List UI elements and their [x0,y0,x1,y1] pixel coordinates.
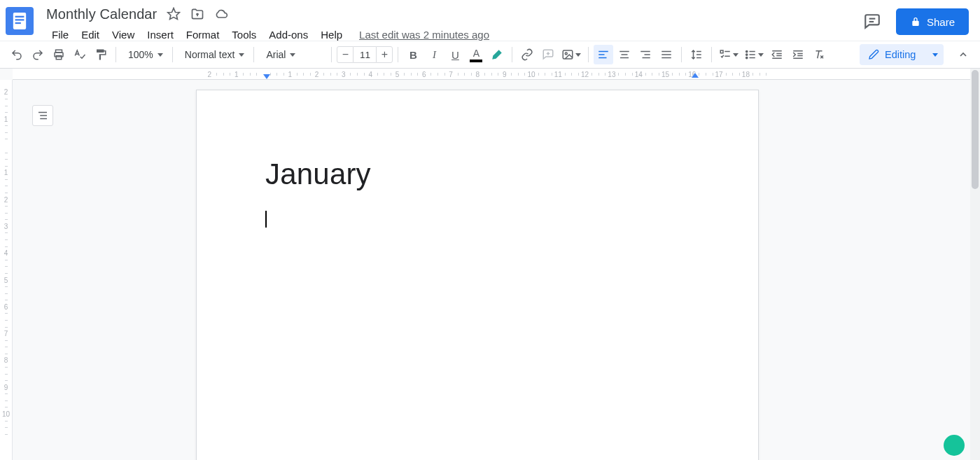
cloud-status-icon[interactable] [214,7,228,21]
open-comments-icon[interactable] [861,11,883,33]
ruler-tick: 10 [527,71,535,78]
ruler-tick: 10 [0,410,12,418]
svg-rect-1 [15,16,24,18]
separator [331,47,332,62]
clear-formatting-button[interactable] [809,45,829,64]
underline-button[interactable]: U [445,45,465,64]
page[interactable]: January [196,90,759,460]
zoom-value: 100% [128,49,153,60]
separator [253,47,254,62]
menu-edit[interactable]: Edit [76,26,105,43]
svg-rect-12 [564,50,573,59]
ruler-tick: 2 [0,195,12,203]
menu-insert[interactable]: Insert [141,26,179,43]
document-canvas[interactable]: January [13,80,970,460]
align-left-button[interactable] [594,45,613,64]
menu-help[interactable]: Help [315,26,348,43]
chevron-down-icon [758,53,764,57]
menu-view[interactable]: View [106,26,140,43]
menu-addons[interactable]: Add-ons [263,26,314,43]
chevron-down-icon [932,53,938,57]
zoom-dropdown[interactable]: 100% [121,45,167,64]
docs-logo[interactable] [6,7,34,35]
paint-format-button[interactable] [91,45,111,64]
svg-rect-0 [13,13,26,29]
collapse-toolbar-button[interactable] [953,45,973,64]
grammarly-badge[interactable] [944,435,965,456]
document-heading[interactable]: January [265,158,690,191]
ruler-tick: 18 [742,71,750,78]
font-size-decrease[interactable]: − [337,46,354,63]
ruler-tick: 6 [422,71,426,78]
ruler-tick: 5 [0,276,12,284]
print-button[interactable] [49,45,69,64]
menu-tools[interactable]: Tools [226,26,262,43]
pencil-icon [868,49,879,60]
chevron-down-icon [733,53,738,57]
left-indent-marker[interactable] [263,74,270,79]
title-bar: Monthly Calendar File Edit View Insert F… [0,0,980,41]
redo-button[interactable] [28,45,48,64]
align-center-button[interactable] [615,45,634,64]
insert-link-button[interactable] [517,45,537,64]
ruler-tick: 2 [208,71,212,78]
svg-point-32 [746,50,748,52]
italic-button[interactable]: I [424,45,444,64]
insert-image-button[interactable] [559,45,583,64]
paragraph-style-dropdown[interactable]: Normal text [178,45,249,64]
last-edit-link[interactable]: Last edit was 2 minutes ago [359,29,489,41]
indent-decrease-button[interactable] [767,45,787,64]
ruler-tick: 9 [0,383,12,391]
add-comment-button[interactable] [538,45,558,64]
menu-file[interactable]: File [46,26,74,43]
star-icon[interactable] [167,7,181,21]
editing-mode-dropdown[interactable]: Editing [860,44,944,65]
right-margin-marker[interactable] [692,73,699,78]
share-button[interactable]: Share [896,8,969,35]
show-outline-button[interactable] [32,105,53,126]
text-color-button[interactable]: A [466,45,486,64]
menu-format[interactable]: Format [181,26,225,43]
spellcheck-button[interactable] [70,45,90,64]
chevron-down-icon [575,53,581,57]
svg-point-33 [746,54,748,55]
ruler-tick: 2 [315,71,319,78]
indent-increase-button[interactable] [788,45,808,64]
separator [588,47,589,62]
bold-button[interactable]: B [403,45,423,64]
ruler-tick: 6 [0,302,12,310]
ruler-tick: 5 [396,71,400,78]
font-size-increase[interactable]: + [376,46,393,63]
undo-button[interactable] [7,45,27,64]
vertical-ruler[interactable]: 2112345678910 [0,80,13,460]
align-right-button[interactable] [636,45,655,64]
ruler-tick: 14 [635,71,643,78]
ruler-tick: 7 [449,71,453,78]
line-spacing-button[interactable] [687,45,706,64]
ruler-tick: 7 [0,330,12,337]
font-size-input[interactable] [354,46,376,63]
bulleted-list-button[interactable] [742,45,766,64]
ruler-tick: 17 [715,71,723,78]
ruler-tick: 4 [0,249,12,257]
highlight-button[interactable] [487,45,507,64]
checklist-button[interactable] [717,45,741,64]
vertical-scrollbar[interactable] [970,69,980,460]
ruler-tick: 3 [342,71,346,78]
separator [172,47,173,62]
ruler-tick: 2 [0,88,12,96]
horizontal-ruler[interactable]: 21123456789101112131415161718 [13,69,970,80]
document-title[interactable]: Monthly Calendar [46,6,157,22]
move-icon[interactable] [190,7,204,21]
svg-point-13 [566,53,568,55]
editor-area: 21123456789101112131415161718 2112345678… [0,69,980,460]
scrollbar-thumb[interactable] [972,70,979,189]
menu-bar: File Edit View Insert Format Tools Add-o… [46,25,861,43]
editing-mode-label: Editing [885,49,916,60]
font-family-dropdown[interactable]: Arial [259,45,326,64]
share-button-label: Share [927,16,955,28]
align-justify-button[interactable] [657,45,676,64]
font-family-value: Arial [266,49,286,60]
ruler-tick: 1 [288,71,293,78]
separator [115,47,116,62]
